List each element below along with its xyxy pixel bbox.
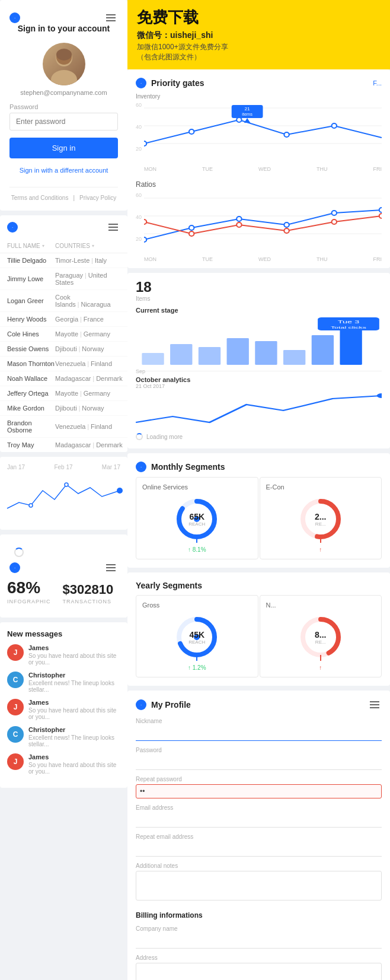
repeat-email-input[interactable] (136, 842, 382, 857)
repeat-password-input[interactable] (136, 784, 382, 798)
svg-point-26 (332, 211, 337, 215)
table-row: Troy MayMadagascar|Denmark (0, 438, 127, 452)
transactions-value: $302810 (63, 582, 114, 597)
yearly-reach-label: REACH (188, 639, 205, 645)
svg-point-13 (284, 132, 289, 137)
nickname-label: Nickname (136, 718, 382, 724)
table-row: Logan GreerCook Islands|Nicaragua (0, 290, 127, 312)
table-row: Noah WallaceMadagascar|Denmark (0, 371, 127, 386)
loading-spinner (136, 433, 143, 440)
segment-ecom: E-Con 2... RE... (260, 477, 382, 559)
items-number: 18 (136, 279, 152, 295)
sort-arrow-name[interactable]: ▾ (42, 243, 44, 249)
analytics-chart (136, 393, 382, 428)
monthly-logo (136, 462, 146, 472)
menu-button[interactable] (104, 12, 118, 24)
address-input[interactable] (136, 963, 382, 980)
message-item: J James So you have heard about this sit… (7, 753, 120, 775)
nickname-field: Nickname (136, 718, 382, 741)
email-label: Email address (136, 804, 382, 811)
yearly-reach-val: 45K (188, 630, 205, 639)
message-item: J James So you have heard about this sit… (7, 699, 120, 720)
stage-x-label: Sep (136, 368, 382, 374)
ratios-label: Ratios (136, 180, 382, 189)
yearly-columns: Gross 45K REACH (136, 595, 382, 677)
yearly2-change: ↑ (319, 664, 322, 671)
donut-yearly: 45K REACH ↑ 1.2% (142, 613, 252, 671)
msg-avatar-j1: J (7, 644, 24, 661)
priority-link[interactable]: F... (373, 79, 382, 87)
terms-link[interactable]: Terms and Conditions (11, 195, 69, 201)
items-count: 18 Items (136, 279, 152, 302)
right-stats-panel: 18 Items Current stage (127, 273, 390, 448)
app-logo (9, 12, 20, 23)
segment-ecom-title: E-Con (266, 483, 376, 491)
signin-button[interactable]: Sign in (9, 138, 118, 158)
table-row: Mason ThorntonVenezuela|Finland (0, 357, 127, 371)
svg-point-31 (284, 228, 289, 233)
messages-title: New messages (7, 629, 120, 638)
priority-header: Priority gates F... (136, 78, 382, 88)
profile-password-label: Password (136, 747, 382, 753)
table-row: Jimmy LoweParaguay|United States (0, 268, 127, 290)
msg-content-3: James So you have heard about this site … (28, 699, 120, 720)
svg-marker-18 (244, 118, 251, 123)
table-row: Cole HinesMayotte|Germany (0, 327, 127, 342)
profile-header: My Profile (136, 699, 382, 711)
monthly-title: Monthly Segments (151, 462, 225, 472)
donut-yearly2: 8... RE... ↑ (266, 613, 376, 671)
ecom-change: ↑ (319, 546, 322, 553)
stats-menu-button[interactable] (104, 562, 118, 574)
avatar-container: stephen@companyname.com (9, 43, 118, 96)
chart-date-left: Jan 17 (7, 464, 25, 470)
message-item: J James So you have heard about this sit… (7, 644, 120, 666)
message-item: C Christopher Excellent news! The lineup… (7, 672, 120, 693)
online-reach-val: 65K (188, 512, 205, 521)
svg-rect-39 (283, 350, 305, 365)
svg-point-32 (332, 219, 337, 224)
message-item: C Christopher Excellent news! The lineup… (7, 726, 120, 747)
profile-title: My Profile (151, 700, 191, 709)
svg-point-1 (51, 70, 77, 85)
password-input[interactable] (9, 113, 118, 131)
inventory-label: Inventory (136, 93, 382, 100)
infographic-label: INFOGRAPHIC (7, 599, 51, 604)
transactions-label: TRANSACTIONS (63, 599, 114, 604)
billing-title: Billing informations (136, 911, 382, 919)
transactions-stat: $302810 TRANSACTIONS (63, 582, 114, 604)
yearly-gross: Gross 45K REACH (136, 595, 258, 677)
current-stage-section: Current stage Tue 3 Total (136, 307, 382, 365)
notes-field: Additional notes (136, 863, 382, 903)
signin-title: Sign in to your account (9, 24, 118, 33)
sort-arrow-countries[interactable]: ▾ (92, 243, 94, 249)
yearly-col2-title: N... (266, 602, 376, 609)
repeat-email-label: Repeat email address (136, 833, 382, 840)
email-input[interactable] (136, 813, 382, 828)
company-input[interactable] (136, 934, 382, 949)
loading-text: Loading more (146, 434, 183, 440)
svg-point-6 (117, 488, 123, 494)
table-menu-button[interactable] (106, 221, 120, 233)
yearly2-reach-label: RE... (315, 639, 326, 645)
svg-point-30 (236, 222, 241, 227)
ratios-chart (144, 192, 382, 252)
online-reach-label: REACH (188, 521, 205, 527)
footer-separator: | (73, 195, 75, 201)
repeat-email-field: Repeat email address (136, 833, 382, 857)
profile-password-input[interactable] (136, 755, 382, 770)
yearly-title: Yearly Segments (136, 581, 202, 590)
svg-point-28 (144, 219, 146, 224)
signin-alt-link[interactable]: Sign in with a different account (20, 167, 108, 174)
profile-logo (136, 699, 146, 710)
notes-textarea[interactable] (136, 871, 382, 901)
yearly-col2: N... 8... RE... (260, 595, 382, 677)
privacy-link[interactable]: Privacy Policy (79, 195, 116, 201)
svg-text:items: items (242, 112, 252, 117)
nickname-input[interactable] (136, 726, 382, 741)
svg-point-11 (189, 129, 194, 134)
avatar (43, 43, 85, 85)
segment-online-title: Online Services (142, 483, 252, 491)
promo-wechat: 微信号：uisheji_shi (137, 30, 381, 41)
profile-menu-button[interactable] (367, 699, 382, 711)
chart-date-right: Mar 17 (102, 464, 120, 470)
